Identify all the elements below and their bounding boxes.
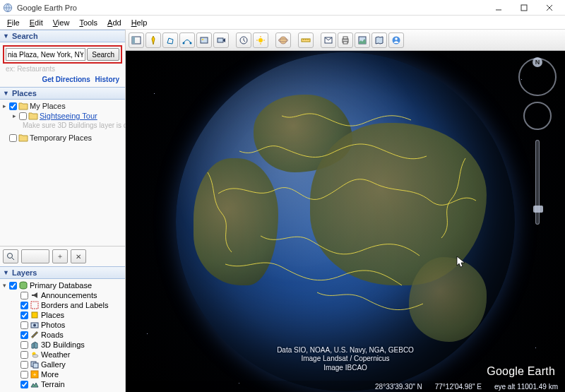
folder-icon [18, 133, 28, 142]
viewport[interactable]: N Data SIO, NOAA, U.S. Navy, NGA, GEBCOI… [126, 51, 565, 392]
expand-icon[interactable]: ▸ [11, 112, 18, 119]
menu-add[interactable]: Add [103, 17, 126, 28]
minimize-button[interactable] [486, 0, 511, 16]
svg-point-23 [202, 39, 203, 40]
layer-label: Borders and Labels [41, 301, 108, 309]
image-overlay-icon[interactable] [196, 32, 212, 48]
primary-database-check[interactable] [9, 282, 17, 290]
view-in-maps-icon[interactable] [371, 32, 387, 48]
close-button[interactable] [537, 0, 562, 16]
places-icon [30, 311, 40, 319]
sunlight-icon[interactable] [253, 32, 268, 48]
places-panel-title: Places [12, 89, 37, 97]
places-panel-header[interactable]: ▼Places [0, 87, 125, 100]
search-row: Search [3, 45, 122, 64]
places-toolbar: ＋ ✕ [0, 246, 125, 266]
collapse-icon: ▼ [3, 90, 9, 97]
search-button[interactable]: Search [87, 48, 119, 61]
layers-panel: ▾ Primary Database AnnouncementsBorders … [0, 279, 125, 392]
layer-check[interactable] [20, 331, 28, 339]
layer-3d-buildings[interactable]: 3D Buildings [1, 340, 124, 350]
main-area: N Data SIO, NOAA, U.S. Navy, NGA, GEBCOI… [126, 30, 565, 392]
places-remove-button[interactable]: ✕ [71, 249, 86, 263]
email-icon[interactable] [321, 32, 336, 48]
places-add-button[interactable]: ＋ [52, 249, 68, 263]
get-directions-link[interactable]: Get Directions [42, 76, 90, 83]
temporary-places-node[interactable]: Temporary Places [1, 133, 124, 143]
path-icon[interactable] [179, 32, 195, 48]
svg-point-26 [258, 38, 263, 42]
roads-icon [30, 331, 40, 339]
svg-line-6 [12, 258, 14, 260]
layer-weather[interactable]: Weather [1, 350, 124, 360]
sightseeing-tour-node[interactable]: ▸ Sightseeing Tour [1, 111, 124, 121]
svg-point-13 [32, 355, 38, 357]
my-places-check[interactable] [9, 102, 17, 110]
status-lon: 77°12'04.98" E [435, 383, 482, 391]
layer-gallery[interactable]: Gallery [1, 360, 124, 369]
svg-point-43 [395, 37, 398, 40]
buildings-icon [30, 340, 40, 349]
search-input[interactable] [6, 48, 85, 61]
toolbar [126, 30, 565, 51]
svg-rect-15 [33, 363, 38, 368]
layer-check[interactable] [20, 351, 28, 359]
layer-check[interactable] [20, 321, 28, 329]
sidebar-toggle-icon[interactable] [129, 32, 144, 48]
layer-check[interactable] [20, 292, 28, 299]
layer-check[interactable] [20, 361, 28, 369]
ruler-icon[interactable] [298, 32, 314, 48]
menu-help[interactable]: Help [127, 17, 152, 28]
terrain-icon [30, 380, 40, 388]
tour-check[interactable] [19, 112, 27, 120]
layers-panel-header[interactable]: ▼Layers [0, 266, 125, 279]
layer-places[interactable]: Places [1, 310, 124, 320]
database-icon [18, 281, 28, 290]
layer-announcements[interactable]: Announcements [1, 290, 124, 300]
expand-icon[interactable]: ▸ [1, 102, 8, 109]
svg-rect-24 [218, 38, 223, 42]
search-panel: Search ex: Restaurants Get Directions Hi… [0, 42, 125, 87]
svg-point-21 [190, 42, 192, 44]
menu-tools[interactable]: Tools [75, 17, 102, 28]
temporary-check[interactable] [9, 134, 17, 142]
sign-in-icon[interactable] [388, 32, 404, 48]
planet-icon[interactable] [275, 32, 291, 48]
layer-borders-and-labels[interactable]: Borders and Labels [1, 300, 124, 310]
search-places-button[interactable] [3, 249, 18, 263]
layer-label: Gallery [41, 360, 66, 369]
layer-check[interactable] [20, 311, 28, 319]
placemark-icon[interactable] [145, 32, 161, 48]
layer-check[interactable] [20, 381, 28, 388]
print-icon[interactable] [338, 32, 353, 48]
layer-check[interactable] [20, 371, 28, 379]
layer-check[interactable] [20, 302, 28, 309]
time-slider-icon[interactable] [236, 32, 251, 48]
places-filter-button[interactable] [21, 249, 49, 263]
primary-database-node[interactable]: ▾ Primary Database [1, 280, 124, 290]
globe[interactable] [176, 52, 515, 391]
polygon-icon[interactable] [162, 32, 178, 48]
maximize-button[interactable] [511, 0, 537, 16]
layer-roads[interactable]: Roads [1, 330, 124, 340]
svg-point-31 [280, 37, 287, 44]
layer-terrain[interactable]: Terrain [1, 379, 124, 389]
layer-label: More [41, 370, 59, 379]
layer-more[interactable]: +More [1, 369, 124, 379]
expand-icon[interactable]: ▾ [1, 282, 8, 289]
save-image-icon[interactable] [355, 32, 370, 48]
menubar: FileEditViewToolsAddHelp [0, 16, 565, 30]
primary-database-label: Primary Database [30, 281, 92, 290]
history-link[interactable]: History [95, 76, 119, 83]
search-panel-title: Search [12, 32, 38, 40]
menu-file[interactable]: File [3, 17, 24, 28]
menu-edit[interactable]: Edit [25, 17, 47, 28]
tour-label: Sightseeing Tour [40, 112, 97, 120]
tour-record-icon[interactable] [213, 32, 229, 48]
search-panel-header[interactable]: ▼Search [0, 30, 125, 42]
layer-label: Terrain [41, 380, 65, 388]
menu-view[interactable]: View [49, 17, 74, 28]
layer-check[interactable] [20, 341, 28, 349]
layer-photos[interactable]: Photos [1, 320, 124, 330]
my-places-node[interactable]: ▸ My Places [1, 101, 124, 111]
